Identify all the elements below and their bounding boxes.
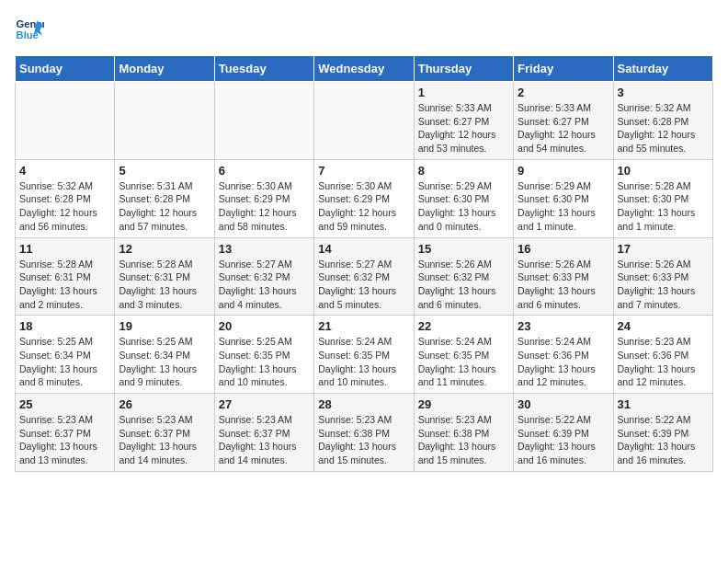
- logo-icon: General Blue: [15, 15, 44, 44]
- day-info: Sunrise: 5:27 AM Sunset: 6:32 PM Dayligh…: [219, 258, 310, 312]
- day-info: Sunrise: 5:26 AM Sunset: 6:33 PM Dayligh…: [518, 258, 609, 312]
- day-number: 15: [418, 242, 509, 256]
- day-info: Sunrise: 5:26 AM Sunset: 6:32 PM Dayligh…: [418, 258, 509, 312]
- day-number: 29: [418, 397, 509, 411]
- calendar-cell: 12Sunrise: 5:28 AM Sunset: 6:31 PM Dayli…: [115, 237, 214, 316]
- day-number: 23: [518, 319, 609, 333]
- day-number: 3: [618, 86, 709, 99]
- day-number: 8: [418, 164, 509, 178]
- calendar-cell: 22Sunrise: 5:24 AM Sunset: 6:35 PM Dayli…: [414, 316, 513, 394]
- day-number: 13: [219, 242, 310, 256]
- calendar-cell: 14Sunrise: 5:27 AM Sunset: 6:32 PM Dayli…: [314, 237, 414, 316]
- calendar-cell: 7Sunrise: 5:30 AM Sunset: 6:29 PM Daylig…: [314, 159, 414, 237]
- header-friday: Friday: [514, 56, 613, 82]
- calendar-cell: 29Sunrise: 5:23 AM Sunset: 6:38 PM Dayli…: [414, 394, 513, 472]
- week-row-2: 4Sunrise: 5:32 AM Sunset: 6:28 PM Daylig…: [16, 159, 713, 237]
- day-number: 25: [19, 397, 110, 411]
- day-info: Sunrise: 5:30 AM Sunset: 6:29 PM Dayligh…: [318, 179, 409, 234]
- day-number: 16: [518, 242, 609, 256]
- calendar-cell: 23Sunrise: 5:24 AM Sunset: 6:36 PM Dayli…: [514, 316, 613, 394]
- week-row-4: 18Sunrise: 5:25 AM Sunset: 6:34 PM Dayli…: [16, 316, 713, 394]
- day-number: 26: [119, 397, 210, 411]
- day-number: 11: [19, 242, 110, 256]
- day-info: Sunrise: 5:24 AM Sunset: 6:35 PM Dayligh…: [418, 335, 509, 389]
- header-saturday: Saturday: [613, 56, 712, 82]
- calendar-cell: 13Sunrise: 5:27 AM Sunset: 6:32 PM Dayli…: [214, 237, 313, 316]
- day-info: Sunrise: 5:23 AM Sunset: 6:36 PM Dayligh…: [618, 335, 709, 389]
- day-number: 4: [19, 164, 110, 178]
- calendar-cell: 20Sunrise: 5:25 AM Sunset: 6:35 PM Dayli…: [214, 316, 313, 394]
- calendar-cell: 27Sunrise: 5:23 AM Sunset: 6:37 PM Dayli…: [214, 394, 313, 472]
- day-info: Sunrise: 5:23 AM Sunset: 6:38 PM Dayligh…: [418, 413, 509, 467]
- logo: General Blue: [15, 15, 48, 44]
- calendar-cell: 31Sunrise: 5:22 AM Sunset: 6:39 PM Dayli…: [613, 394, 712, 472]
- day-info: Sunrise: 5:25 AM Sunset: 6:34 PM Dayligh…: [19, 335, 110, 389]
- day-number: 17: [618, 242, 709, 256]
- day-number: 10: [618, 164, 709, 178]
- day-info: Sunrise: 5:23 AM Sunset: 6:37 PM Dayligh…: [19, 413, 110, 467]
- calendar-table: SundayMondayTuesdayWednesdayThursdayFrid…: [15, 55, 713, 472]
- day-info: Sunrise: 5:22 AM Sunset: 6:39 PM Dayligh…: [618, 413, 709, 467]
- calendar-cell: 18Sunrise: 5:25 AM Sunset: 6:34 PM Dayli…: [16, 316, 115, 394]
- day-info: Sunrise: 5:29 AM Sunset: 6:30 PM Dayligh…: [418, 179, 509, 234]
- calendar-cell: 17Sunrise: 5:26 AM Sunset: 6:33 PM Dayli…: [613, 237, 712, 316]
- day-number: 1: [418, 86, 509, 99]
- day-info: Sunrise: 5:24 AM Sunset: 6:36 PM Dayligh…: [518, 335, 609, 389]
- day-info: Sunrise: 5:33 AM Sunset: 6:27 PM Dayligh…: [418, 101, 509, 155]
- day-number: 2: [518, 86, 609, 99]
- day-info: Sunrise: 5:26 AM Sunset: 6:33 PM Dayligh…: [618, 258, 709, 312]
- day-number: 9: [518, 164, 609, 178]
- calendar-cell: 21Sunrise: 5:24 AM Sunset: 6:35 PM Dayli…: [314, 316, 414, 394]
- calendar-cell: 25Sunrise: 5:23 AM Sunset: 6:37 PM Dayli…: [16, 394, 115, 472]
- day-info: Sunrise: 5:25 AM Sunset: 6:35 PM Dayligh…: [219, 335, 310, 389]
- day-number: 21: [318, 319, 409, 333]
- day-number: 27: [219, 397, 310, 411]
- day-info: Sunrise: 5:32 AM Sunset: 6:28 PM Dayligh…: [618, 101, 709, 155]
- week-row-3: 11Sunrise: 5:28 AM Sunset: 6:31 PM Dayli…: [16, 237, 713, 316]
- calendar-cell: 28Sunrise: 5:23 AM Sunset: 6:38 PM Dayli…: [314, 394, 414, 472]
- day-info: Sunrise: 5:28 AM Sunset: 6:30 PM Dayligh…: [618, 179, 709, 234]
- calendar-cell: 16Sunrise: 5:26 AM Sunset: 6:33 PM Dayli…: [514, 237, 613, 316]
- header-thursday: Thursday: [414, 56, 513, 82]
- calendar-cell: [214, 82, 313, 160]
- day-number: 31: [618, 397, 709, 411]
- calendar-header-row: SundayMondayTuesdayWednesdayThursdayFrid…: [16, 56, 713, 82]
- calendar-cell: 10Sunrise: 5:28 AM Sunset: 6:30 PM Dayli…: [613, 159, 712, 237]
- day-number: 28: [318, 397, 409, 411]
- day-info: Sunrise: 5:30 AM Sunset: 6:29 PM Dayligh…: [219, 179, 310, 234]
- day-info: Sunrise: 5:22 AM Sunset: 6:39 PM Dayligh…: [518, 413, 609, 467]
- day-info: Sunrise: 5:23 AM Sunset: 6:38 PM Dayligh…: [318, 413, 409, 467]
- header-wednesday: Wednesday: [314, 56, 414, 82]
- calendar-cell: 11Sunrise: 5:28 AM Sunset: 6:31 PM Dayli…: [16, 237, 115, 316]
- week-row-1: 1Sunrise: 5:33 AM Sunset: 6:27 PM Daylig…: [16, 82, 713, 160]
- day-info: Sunrise: 5:33 AM Sunset: 6:27 PM Dayligh…: [518, 101, 609, 155]
- calendar-cell: [16, 82, 115, 160]
- day-number: 19: [119, 319, 210, 333]
- day-number: 7: [318, 164, 409, 178]
- header-sunday: Sunday: [16, 56, 115, 82]
- header-tuesday: Tuesday: [214, 56, 313, 82]
- calendar-cell: 9Sunrise: 5:29 AM Sunset: 6:30 PM Daylig…: [514, 159, 613, 237]
- day-number: 14: [318, 242, 409, 256]
- day-info: Sunrise: 5:24 AM Sunset: 6:35 PM Dayligh…: [318, 335, 409, 389]
- calendar-cell: 30Sunrise: 5:22 AM Sunset: 6:39 PM Dayli…: [514, 394, 613, 472]
- day-number: 5: [119, 164, 210, 178]
- calendar-cell: 2Sunrise: 5:33 AM Sunset: 6:27 PM Daylig…: [514, 82, 613, 160]
- day-info: Sunrise: 5:27 AM Sunset: 6:32 PM Dayligh…: [318, 258, 409, 312]
- day-info: Sunrise: 5:25 AM Sunset: 6:34 PM Dayligh…: [119, 335, 210, 389]
- day-number: 30: [518, 397, 609, 411]
- calendar-cell: [115, 82, 214, 160]
- calendar-cell: 3Sunrise: 5:32 AM Sunset: 6:28 PM Daylig…: [613, 82, 712, 160]
- day-info: Sunrise: 5:28 AM Sunset: 6:31 PM Dayligh…: [119, 258, 210, 312]
- calendar-cell: 5Sunrise: 5:31 AM Sunset: 6:28 PM Daylig…: [115, 159, 214, 237]
- day-info: Sunrise: 5:23 AM Sunset: 6:37 PM Dayligh…: [119, 413, 210, 467]
- week-row-5: 25Sunrise: 5:23 AM Sunset: 6:37 PM Dayli…: [16, 394, 713, 472]
- day-number: 22: [418, 319, 509, 333]
- page-header: General Blue: [15, 15, 713, 44]
- header-monday: Monday: [115, 56, 214, 82]
- day-info: Sunrise: 5:31 AM Sunset: 6:28 PM Dayligh…: [119, 179, 210, 234]
- calendar-cell: 19Sunrise: 5:25 AM Sunset: 6:34 PM Dayli…: [115, 316, 214, 394]
- calendar-cell: 6Sunrise: 5:30 AM Sunset: 6:29 PM Daylig…: [214, 159, 313, 237]
- calendar-cell: 8Sunrise: 5:29 AM Sunset: 6:30 PM Daylig…: [414, 159, 513, 237]
- calendar-cell: 24Sunrise: 5:23 AM Sunset: 6:36 PM Dayli…: [613, 316, 712, 394]
